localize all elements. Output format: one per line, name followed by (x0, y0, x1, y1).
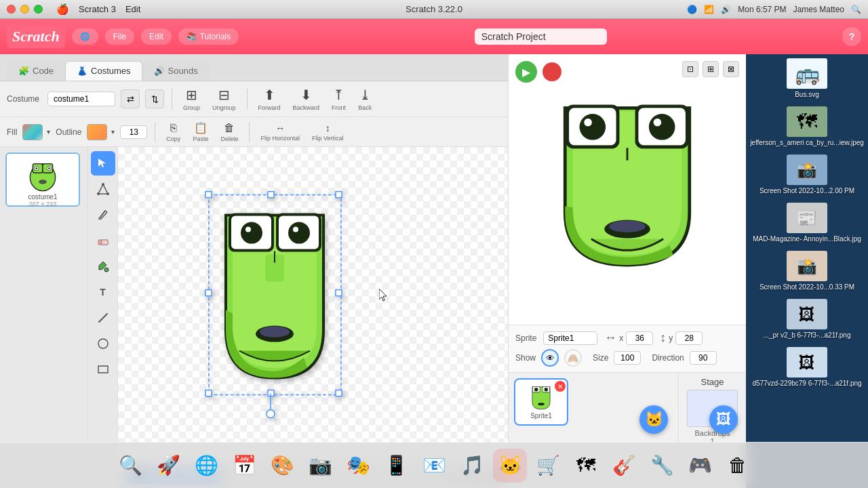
tab-costumes[interactable]: 👗 Costumes (65, 61, 142, 81)
flip-icon-btn[interactable]: ⇄ (121, 89, 140, 108)
costume-name-input[interactable] (47, 92, 115, 106)
delete-btn[interactable]: 🗑 Delete (217, 121, 241, 144)
dock-finder[interactable]: 🔍 (113, 449, 147, 483)
y-coord-input[interactable] (675, 331, 703, 345)
dock-photos[interactable]: 📷 (303, 449, 337, 483)
svg-point-18 (104, 268, 108, 272)
fill-color-button[interactable] (22, 124, 43, 140)
close-button[interactable] (7, 5, 16, 14)
backward-btn[interactable]: ⬇ Backward (290, 85, 323, 113)
help-button[interactable]: ? (842, 27, 861, 46)
drawing-tools: T (88, 147, 118, 488)
dock-mail[interactable]: 📧 (417, 449, 451, 483)
hide-eye-button[interactable]: 🙈 (564, 349, 582, 367)
user-name: James Matteo (793, 5, 844, 14)
flip-v-icon-btn[interactable]: ⇅ (145, 89, 164, 108)
dock-store[interactable]: 🛒 (531, 449, 565, 483)
sprite-delete-button[interactable]: ✕ (555, 381, 566, 392)
back-btn[interactable]: ⤓ Back (355, 85, 375, 113)
desktop-file-map[interactable]: 🗺 jefferson_s_ameri ca_by_ru...iew.jpeg (746, 102, 868, 150)
dock-music[interactable]: 🎵 (455, 449, 489, 483)
dock-iphone[interactable]: 📱 (379, 449, 413, 483)
sprite-name-input[interactable] (543, 331, 597, 345)
apple-icon[interactable]: 🍎 (56, 3, 69, 16)
ungroup-btn[interactable]: ⊟ Ungroup (209, 85, 239, 113)
outline-color-button[interactable] (87, 124, 107, 140)
facetime-icon: 🎭 (347, 454, 370, 476)
copy-btn[interactable]: ⎘ Copy (163, 121, 184, 144)
flip-h-label: Flip Horizontal (260, 135, 300, 142)
forward-btn[interactable]: ⬆ Forward (255, 85, 284, 113)
sprite-thumb-sprite1[interactable]: ✕ Sprite1 (514, 378, 568, 426)
pencil-tool[interactable] (91, 203, 115, 227)
green-flag-button[interactable]: ▶ (515, 61, 537, 83)
select-tool[interactable] (91, 151, 115, 176)
desktop-file-screenshot1[interactable]: 📸 Screen Shot 2022-10...2.00 PM (746, 150, 868, 199)
edit-menu[interactable]: Edit (125, 4, 140, 14)
flip-v-btn[interactable]: ↕ Flip Vertical (309, 121, 347, 143)
app-menu: 🍎 Scratch 3 Edit (56, 3, 140, 16)
dock-trash[interactable]: 🗑 (721, 449, 755, 483)
maximize-button[interactable] (34, 5, 43, 14)
desktop-file-mad[interactable]: 📰 MAD-Magazine- Annoyin...Black.jpg (746, 199, 868, 247)
dock-maps[interactable]: 🗺 (569, 449, 603, 483)
dock-chrome[interactable]: 🌐 (189, 449, 223, 483)
svg-point-57 (609, 220, 646, 232)
text-tool[interactable]: T (91, 280, 115, 304)
sprite-info-row1: Sprite ↔ x ↕ y (515, 331, 739, 345)
tab-sounds[interactable]: 🔊 Sounds (142, 61, 210, 81)
edit-menu-button[interactable]: Edit (141, 28, 172, 45)
desktop-file-png1[interactable]: 🖼 ..._pr v2_b 6-77f3-...a21f.png (746, 295, 868, 343)
fill-tool[interactable] (91, 254, 115, 279)
costume-thumb-1[interactable]: costume1 207 × 233 (5, 152, 80, 207)
front-btn[interactable]: ⤒ Front (328, 85, 349, 113)
rect-tool[interactable] (91, 357, 115, 382)
mad-file-icon: 📰 (787, 203, 827, 233)
dock-scratch[interactable]: 🐱 (493, 449, 527, 483)
circle-tool[interactable] (91, 331, 115, 356)
stage-fullscreen-button[interactable]: ⊠ (723, 61, 739, 77)
costume-preview-svg (22, 152, 63, 193)
dock-utilities[interactable]: 🔧 (645, 449, 679, 483)
add-sprite-button[interactable]: 🐱 (639, 405, 668, 434)
dock-calendar[interactable]: 📅 (227, 449, 261, 483)
dock-games[interactable]: 🎮 (683, 449, 717, 483)
file-menu-button[interactable]: File (105, 28, 134, 45)
stage-expand-button[interactable]: ⊞ (703, 61, 719, 77)
direction-input[interactable] (690, 351, 717, 365)
dock-launchpad[interactable]: 🚀 (151, 449, 185, 483)
language-button[interactable]: 🌐 (72, 28, 98, 45)
dock-photoshop[interactable]: 🎨 (265, 449, 299, 483)
mad-icon: 📰 (797, 209, 817, 228)
paste-btn[interactable]: 📋 Paste (189, 120, 212, 144)
desktop-file-bus[interactable]: 🚌 Bus.svg (746, 54, 868, 102)
add-backdrop-button[interactable]: 🖼 (709, 405, 738, 434)
outline-size-input[interactable] (120, 125, 147, 139)
dock-facetime[interactable]: 🎭 (341, 449, 375, 483)
group-btn[interactable]: ⊞ Group (180, 85, 203, 113)
outline-dropdown-arrow[interactable]: ▾ (111, 128, 115, 136)
line-tool[interactable] (91, 306, 115, 330)
reshape-tool[interactable] (91, 177, 115, 201)
desktop-file-screenshot2[interactable]: 📸 Screen Shot 2022-10...0.33 PM (746, 247, 868, 295)
eraser-tool[interactable] (91, 228, 115, 253)
search-icon[interactable]: 🔍 (851, 5, 861, 14)
x-coord-input[interactable] (626, 331, 653, 345)
tutorials-button[interactable]: 📚 Tutorials (178, 28, 239, 45)
desktop-file-png2[interactable]: 🖼 d577vzd-229bc79 6-77f3-...a21f.png (746, 343, 868, 391)
tab-code[interactable]: 🧩 Code (7, 61, 65, 81)
fill-dropdown-arrow[interactable]: ▾ (47, 128, 50, 136)
minimize-button[interactable] (20, 5, 29, 14)
size-input[interactable] (614, 351, 641, 365)
flip-h-btn[interactable]: ↔ Flip Horizontal (257, 121, 303, 143)
project-name-input[interactable] (475, 28, 607, 45)
costume-thumb-image (22, 152, 63, 193)
stage-fit-button[interactable]: ⊡ (682, 61, 698, 77)
svg-point-20 (98, 339, 108, 348)
show-eye-button[interactable]: 👁 (541, 349, 559, 367)
dock-guitar[interactable]: 🎸 (607, 449, 641, 483)
png1-label: ..._pr v2_b 6-77f3-...a21f.png (764, 331, 851, 339)
stop-button[interactable] (542, 62, 561, 81)
drawing-canvas[interactable] (118, 147, 508, 462)
trash-icon: 🗑 (728, 454, 747, 476)
